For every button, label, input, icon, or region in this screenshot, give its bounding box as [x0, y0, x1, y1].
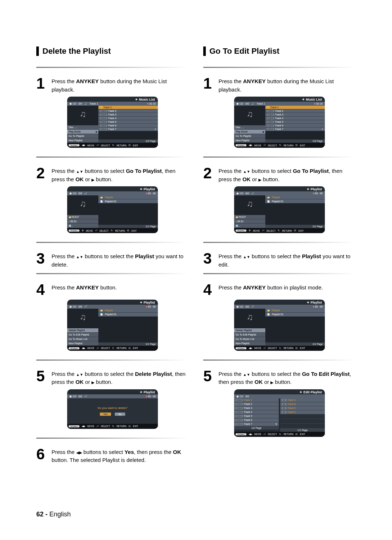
- step-1-left: 1 Press the ANYKEY button during the Mus…: [36, 77, 189, 94]
- mock-music-list-r: Music List CD 0/0 Track 1 02:10 ♫ Disc .…: [234, 97, 325, 148]
- mock-delete-dialog: Playlist CD 0/0 00 : 00 Do you want to d…: [67, 389, 158, 429]
- step-text: Press the ANYKEY button during the Music…: [52, 77, 189, 94]
- step-4-left: 4 Press the ANYKEY button.: [36, 283, 189, 297]
- menu-goto: Go To Playlist: [67, 134, 98, 138]
- music-note-icon: ♫: [67, 106, 98, 122]
- heading-delete-playlist: Delete the Playlist: [36, 46, 189, 56]
- mock-music-list: Music List CD 0/0 Track 1 02:10 ♫ Disc .…: [67, 97, 158, 148]
- menu-disc: Disc ....: [67, 125, 98, 130]
- mock-status-bar: CD 0/0 Track 1 02:10: [67, 102, 158, 106]
- step-2-right: 2 Press the buttons to select Go To Play…: [203, 166, 356, 183]
- heading-goto-edit: Go To Edit Playlist: [203, 46, 356, 56]
- up-icon: [76, 168, 80, 174]
- step-5-right: 5 Press the buttons to select the Go To …: [203, 369, 356, 386]
- mock-title: Music List: [67, 97, 158, 102]
- step-3-right: 3 Press the buttons to select the Playli…: [203, 252, 356, 269]
- step-4-right: 4 Press the ANYKEY button in playlist mo…: [203, 283, 356, 297]
- step-6-left: 6 Press the buttons to select Yes, then …: [36, 447, 189, 464]
- step-number: 1: [36, 77, 48, 94]
- mock-edit-playlist: Edit Playlist CD 0/0 CDDATrack 1 CDDATra…: [234, 389, 325, 437]
- right-icon: [91, 176, 94, 182]
- dialog-question: Do you want to delete?: [87, 406, 138, 410]
- mock-anykey-menu-r: Playlist CD 0/0 00 : 00 ♫ Delete Playlis…: [234, 300, 325, 351]
- menu-playmode: Play Mode▶: [67, 130, 98, 134]
- down-icon: [79, 168, 83, 174]
- dialog-no-button[interactable]: No: [115, 413, 125, 416]
- menu-newpl: New Playlist: [67, 138, 98, 143]
- page-footer: 62 - English: [36, 511, 71, 518]
- divider: [36, 67, 189, 68]
- step-1-right: 1 Press the ANYKEY button during the Mus…: [203, 77, 356, 94]
- mock-anykey-menu: Playlist CD 0/0 00 : 00 ♫ Delete Playlis…: [67, 300, 158, 351]
- mock-footer: Anykey ◀▶MOVE ⏎SELECT ↻RETURN ⊟EXIT: [67, 143, 158, 148]
- page-indicator: 1/3 Page: [98, 139, 158, 143]
- mock-playlist: Playlist CD 0/0 00 : 00 ♫ ROOT 00.01 .. …: [67, 186, 158, 233]
- track-row: ♪Track 1: [98, 106, 158, 109]
- mock-playlist-r: Playlist CD 0/0 00 : 00 ♫ ROOT 00.01 .. …: [234, 186, 325, 233]
- step-5-left: 5 Press the buttons to select the Delete…: [36, 369, 189, 386]
- step-3-left: 3 Press the buttons to select the Playli…: [36, 252, 189, 269]
- dialog-yes-button[interactable]: Yes: [100, 413, 111, 416]
- divider: [36, 157, 189, 158]
- step-2-left: 2 Press the buttons to select Go To Play…: [36, 166, 189, 183]
